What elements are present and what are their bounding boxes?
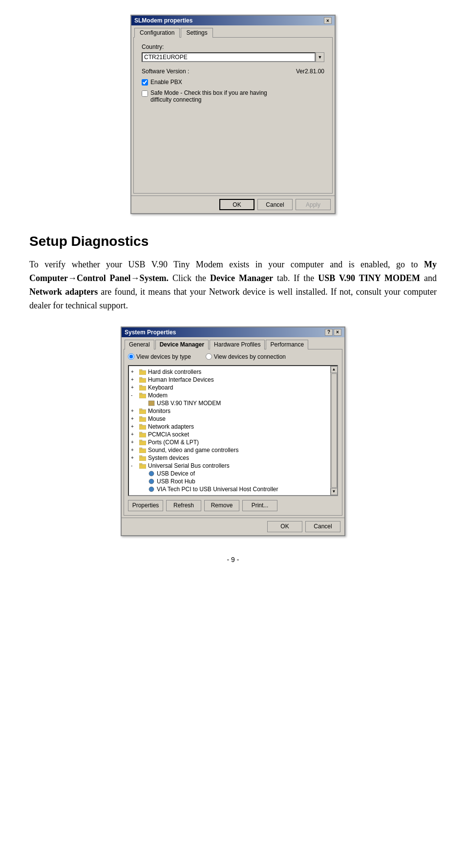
tree-item[interactable]: +Mouse <box>131 415 328 423</box>
sysprops-titlebar-buttons: ? × <box>325 329 341 336</box>
tree-item[interactable]: +Network adapters <box>131 423 328 431</box>
sysprops-ok-button[interactable]: OK <box>267 521 302 532</box>
svg-rect-19 <box>139 449 146 453</box>
tab-device-manager[interactable]: Device Manager <box>155 340 209 349</box>
enable-pbx-row: Enable PBX <box>142 79 324 86</box>
tree-scrollbar[interactable]: ▲ ▼ <box>330 366 337 495</box>
body-text-3: tab. If the <box>273 273 318 283</box>
safe-mode-label1: Safe Mode - Check this box if you are ha… <box>150 89 267 96</box>
svg-rect-9 <box>139 410 146 414</box>
scrollbar-down[interactable]: ▼ <box>331 488 338 495</box>
tree-item[interactable]: VIA Tech PCI to USB Universal Host Contr… <box>131 485 328 493</box>
slmodem-ok-button[interactable]: OK <box>219 199 254 210</box>
country-input[interactable] <box>142 52 316 62</box>
tree-item[interactable]: +Ports (COM & LPT) <box>131 438 328 446</box>
svg-rect-13 <box>139 425 146 430</box>
tree-item[interactable]: +Human Interface Devices <box>131 376 328 384</box>
tree-item[interactable]: USB Root Hub <box>131 477 328 485</box>
sysprops-dialog: System Properties ? × General Device Man… <box>121 326 345 536</box>
enable-pbx-label: Enable PBX <box>150 79 182 86</box>
tab-configuration[interactable]: Configuration <box>134 28 180 38</box>
tree-item[interactable]: +Keyboard <box>131 384 328 391</box>
body-text-4: and <box>420 273 437 283</box>
sysprops-help-button[interactable]: ? <box>325 329 333 336</box>
svg-rect-14 <box>139 424 142 426</box>
tab-settings[interactable]: Settings <box>181 28 212 38</box>
sysprops-title: System Properties <box>125 329 176 336</box>
tab-performance[interactable]: Performance <box>266 340 308 349</box>
tree-item[interactable]: USB Device of <box>131 470 328 477</box>
sysprops-tabs: General Device Manager Hardware Profiles… <box>122 337 344 349</box>
safe-mode-text: Safe Mode - Check this box if you are ha… <box>150 89 267 103</box>
tree-item[interactable]: +PCMCIA socket <box>131 431 328 438</box>
svg-rect-8 <box>148 401 154 406</box>
svg-rect-3 <box>139 377 142 379</box>
remove-button[interactable]: Remove <box>204 500 239 511</box>
svg-rect-15 <box>139 433 146 437</box>
tree-item[interactable]: -Universal Serial Bus controllers <box>131 462 328 470</box>
country-dropdown-button[interactable]: ▼ <box>316 52 324 62</box>
tree-item[interactable]: +Monitors <box>131 407 328 415</box>
slmodem-close-button[interactable]: × <box>324 17 332 24</box>
scrollbar-thumb[interactable] <box>331 373 337 488</box>
sysprops-cancel-button[interactable]: Cancel <box>305 521 340 532</box>
svg-rect-11 <box>139 417 146 422</box>
slmodem-content: Country: ▼ Software Version : Ver2.81.00… <box>133 37 333 194</box>
body-text-bold-2: Device Manager <box>210 273 273 283</box>
version-row: Software Version : Ver2.81.00 <box>142 68 324 75</box>
svg-rect-23 <box>139 464 146 469</box>
tab-hardware-profiles[interactable]: Hardware Profiles <box>210 340 265 349</box>
slmodem-cancel-button[interactable]: Cancel <box>257 199 293 210</box>
svg-rect-0 <box>139 370 146 375</box>
slmodem-apply-button[interactable]: Apply <box>296 199 331 210</box>
tab-general[interactable]: General <box>125 340 154 349</box>
svg-rect-20 <box>139 448 142 449</box>
tree-item[interactable]: USB V.90 TINY MODEM <box>131 399 328 407</box>
software-version-value: Ver2.81.00 <box>296 68 324 75</box>
body-text-1: To verify whether your USB V.90 Tiny Mod… <box>29 260 424 269</box>
radio-by-type[interactable] <box>128 353 134 360</box>
svg-rect-16 <box>139 432 142 434</box>
body-text-bold-4: Network adapters <box>29 287 98 297</box>
svg-rect-5 <box>139 385 142 387</box>
svg-rect-6 <box>139 394 146 398</box>
country-combo-wrapper: ▼ <box>142 52 324 62</box>
svg-rect-1 <box>139 369 142 371</box>
tree-item[interactable]: -Modem <box>131 391 328 399</box>
svg-point-25 <box>149 471 154 476</box>
svg-rect-21 <box>139 456 146 461</box>
slmodem-dialog: SLModem properties × Configuration Setti… <box>130 15 336 214</box>
svg-rect-10 <box>139 409 142 410</box>
tree-item[interactable]: +Sound, video and game controllers <box>131 446 328 454</box>
sysprops-dialog-wrapper: System Properties ? × General Device Man… <box>29 326 437 536</box>
svg-rect-2 <box>139 378 146 383</box>
enable-pbx-checkbox[interactable] <box>142 79 148 86</box>
print-button[interactable]: Print... <box>242 500 277 511</box>
sysprops-content: View devices by type View devices by con… <box>124 349 342 516</box>
slmodem-title: SLModem properties <box>134 17 192 24</box>
device-tree-container: +Hard disk controllers+Human Interface D… <box>128 365 338 496</box>
tree-item[interactable]: +System devices <box>131 454 328 462</box>
properties-button[interactable]: Properties <box>128 500 163 511</box>
scrollbar-up[interactable]: ▲ <box>331 366 338 373</box>
radio-by-type-text: View devices by type <box>136 353 191 360</box>
sysprops-titlebar: System Properties ? × <box>122 327 344 337</box>
safe-mode-checkbox[interactable] <box>142 90 148 97</box>
section-heading: Setup Diagnostics <box>29 234 437 249</box>
tree-item[interactable]: +Hard disk controllers <box>131 368 328 376</box>
refresh-button[interactable]: Refresh <box>166 500 201 511</box>
safe-mode-label2: difficulty connecting <box>150 96 267 103</box>
body-text-2: Click the <box>169 273 210 283</box>
svg-point-26 <box>149 479 154 484</box>
svg-rect-4 <box>139 386 146 391</box>
slmodem-tabs: Configuration Settings <box>131 25 335 37</box>
slmodem-dialog-wrapper: SLModem properties × Configuration Setti… <box>29 15 437 214</box>
radio-by-connection-label[interactable]: View devices by connection <box>206 353 286 360</box>
body-text: To verify whether your USB V.90 Tiny Mod… <box>29 258 437 313</box>
safe-mode-row: Safe Mode - Check this box if you are ha… <box>142 89 324 103</box>
radio-by-type-label[interactable]: View devices by type <box>128 353 191 360</box>
slmodem-footer: OK Cancel Apply <box>131 195 335 213</box>
svg-point-27 <box>149 487 154 492</box>
sysprops-close-button[interactable]: × <box>334 329 341 336</box>
radio-by-connection[interactable] <box>206 353 212 360</box>
